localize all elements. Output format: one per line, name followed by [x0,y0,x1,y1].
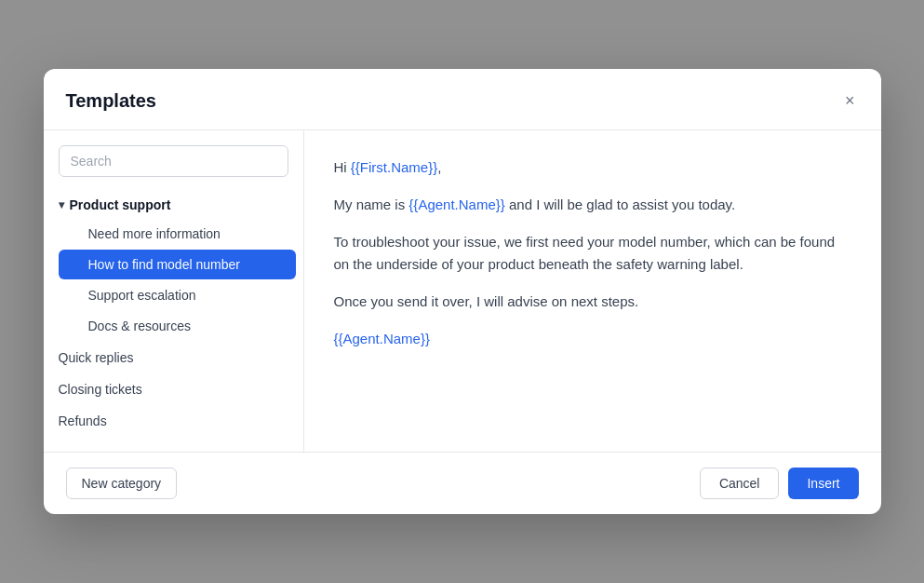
template-line-1: Hi {{First.Name}}, [334,156,851,179]
category-product-support[interactable]: ▾ Product support [44,192,303,218]
sidebar: ▾ Product support Need more information … [44,130,304,452]
sidebar-item-closing-tickets[interactable]: Closing tickets [44,374,303,404]
search-input[interactable] [59,145,288,177]
sidebar-item-support-escalation[interactable]: Support escalation [59,280,296,310]
footer-actions: Cancel Insert [700,468,859,499]
sidebar-item-quick-replies[interactable]: Quick replies [44,343,303,373]
cancel-button[interactable]: Cancel [700,468,780,499]
templates-modal: Templates × ▾ Product support Need more … [44,69,881,514]
template-line-3: To troubleshoot your issue, we first nee… [334,231,851,276]
template-body: Hi {{First.Name}}, My name is {{Agent.Na… [334,156,851,350]
modal-footer: New category Cancel Insert [44,452,881,514]
template-content: Hi {{First.Name}}, My name is {{Agent.Na… [304,130,881,452]
sidebar-item-docs-resources[interactable]: Docs & resources [59,311,296,341]
sidebar-item-how-to-find-model[interactable]: How to find model number [59,250,296,279]
modal-overlay: Templates × ▾ Product support Need more … [0,0,924,583]
insert-button[interactable]: Insert [788,468,858,499]
new-category-button[interactable]: New category [66,468,178,499]
close-button[interactable]: × [841,88,859,115]
modal-header: Templates × [44,69,881,130]
template-line-2: My name is {{Agent.Name}} and I will be … [334,194,851,216]
category-label: Product support [70,197,171,212]
chevron-down-icon: ▾ [59,198,64,211]
sidebar-item-refunds[interactable]: Refunds [44,406,303,436]
template-line-5: {{Agent.Name}} [334,328,851,350]
modal-title: Templates [66,90,156,112]
template-line-4: Once you send it over, I will advise on … [334,291,851,313]
sidebar-item-need-more-info[interactable]: Need more information [59,219,296,249]
search-container [44,145,303,192]
category-items-product-support: Need more information How to find model … [44,218,303,342]
modal-body: ▾ Product support Need more information … [44,130,881,452]
